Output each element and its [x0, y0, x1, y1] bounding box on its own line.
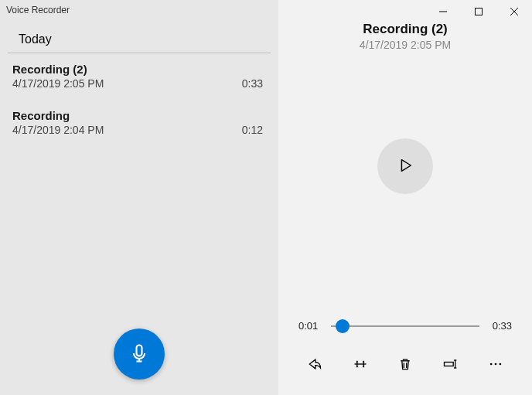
- recording-name: Recording: [11, 109, 268, 122]
- app-title: Voice Recorder: [0, 0, 278, 22]
- rename-icon: [442, 356, 458, 374]
- list-item[interactable]: Recording 4/17/2019 2:04 PM 0:12: [8, 100, 271, 146]
- recording-datetime: 4/17/2019 2:04 PM: [12, 124, 104, 136]
- add-marker-button[interactable]: [394, 211, 416, 233]
- current-time: 0:01: [298, 320, 323, 332]
- more-button[interactable]: [483, 352, 509, 378]
- svg-point-24: [499, 363, 501, 365]
- maximize-button[interactable]: [461, 0, 496, 23]
- share-icon: [307, 356, 322, 374]
- share-button[interactable]: [302, 352, 328, 378]
- recording-list-pane: Voice Recorder Today Recording (2) 4/17/…: [0, 0, 278, 395]
- action-bar: [278, 339, 532, 395]
- microphone-icon: [128, 342, 150, 366]
- trash-icon: [397, 356, 413, 374]
- app-window: Voice Recorder Today Recording (2) 4/17/…: [0, 0, 532, 395]
- recording-datetime: 4/17/2019 2:05 PM: [12, 77, 104, 90]
- svg-marker-13: [356, 366, 358, 367]
- recording-duration: 0:33: [242, 77, 263, 90]
- svg-rect-18: [445, 362, 454, 366]
- seek-track[interactable]: [331, 325, 479, 327]
- svg-marker-7: [401, 159, 411, 171]
- total-time: 0:33: [487, 320, 512, 332]
- minimize-icon: [439, 6, 447, 18]
- playback-timeline: 0:01 0:33: [278, 320, 532, 332]
- minimize-button[interactable]: [425, 0, 461, 23]
- detail-header: Recording (2) 4/17/2019 2:05 PM: [278, 22, 532, 51]
- record-button[interactable]: [114, 329, 165, 380]
- rename-button[interactable]: [437, 352, 463, 378]
- recording-name: Recording (2): [11, 63, 268, 76]
- section-header-today: Today: [8, 22, 271, 53]
- list-item[interactable]: Recording (2) 4/17/2019 2:05 PM 0:33: [8, 53, 271, 100]
- detail-subtitle: 4/17/2019 2:05 PM: [278, 39, 532, 51]
- detail-pane: Recording (2) 4/17/2019 2:05 PM 0:01: [278, 0, 532, 395]
- more-icon: [488, 356, 503, 374]
- maximize-icon: [475, 6, 483, 18]
- play-icon: [397, 157, 414, 176]
- svg-point-23: [494, 363, 496, 365]
- svg-rect-0: [137, 345, 142, 356]
- trim-button[interactable]: [347, 352, 373, 378]
- svg-marker-14: [362, 360, 364, 362]
- trim-icon: [353, 356, 368, 374]
- play-button[interactable]: [377, 138, 433, 194]
- seek-thumb[interactable]: [336, 319, 350, 333]
- detail-title: Recording (2): [278, 22, 532, 37]
- svg-point-22: [490, 363, 493, 365]
- svg-rect-4: [476, 8, 483, 15]
- recording-duration: 0:12: [242, 124, 263, 136]
- svg-marker-12: [356, 360, 358, 362]
- recording-meta: 4/17/2019 2:05 PM 0:33: [11, 76, 268, 90]
- delete-button[interactable]: [392, 352, 418, 378]
- close-icon: [510, 6, 518, 18]
- recording-meta: 4/17/2019 2:04 PM 0:12: [11, 122, 268, 136]
- window-controls: [425, 0, 532, 23]
- close-button[interactable]: [496, 0, 532, 23]
- svg-marker-15: [362, 366, 364, 367]
- play-area: [278, 51, 532, 320]
